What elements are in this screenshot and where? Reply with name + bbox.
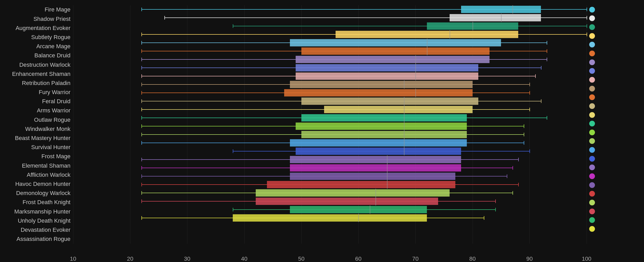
spec-dot <box>589 200 595 205</box>
dot-row <box>587 190 639 198</box>
iqr-box <box>290 164 461 172</box>
median-line <box>358 214 359 222</box>
spec-dot <box>589 164 595 170</box>
spec-dot <box>589 7 595 13</box>
whisker-cap-right <box>518 158 519 161</box>
median-line <box>512 5 513 14</box>
spec-dot <box>589 182 595 188</box>
median-line <box>415 72 416 80</box>
x-tick: 100 <box>582 255 592 262</box>
dot-row <box>587 40 639 49</box>
whisker-cap-left <box>141 91 142 95</box>
median-line <box>450 30 450 39</box>
whisker-cap-right <box>529 108 530 111</box>
iqr-box <box>296 148 461 155</box>
bar-row <box>73 147 587 155</box>
median-line <box>404 97 404 105</box>
whisker-cap-right <box>495 208 496 211</box>
iqr-box <box>301 47 490 55</box>
y-label: Assassination Rogue <box>5 236 70 242</box>
spec-dot <box>589 191 595 197</box>
y-label: Beast Mastery Hunter <box>5 135 70 142</box>
iqr-box <box>290 139 467 147</box>
dot-row <box>587 225 639 233</box>
x-tick: 90 <box>526 255 533 262</box>
y-label: Unholy Death Knight <box>5 217 70 224</box>
whisker-cap-right <box>547 116 547 120</box>
iqr-box <box>267 181 455 188</box>
iqr-box <box>301 114 467 121</box>
whisker-cap-right <box>484 216 484 220</box>
spec-dot <box>589 156 595 162</box>
dot-area <box>587 5 639 244</box>
y-label: Elemental Shaman <box>5 162 70 169</box>
whisker-cap-left <box>141 41 142 45</box>
whisker-cap-right <box>547 49 547 53</box>
whisker-cap-left <box>141 74 142 78</box>
iqr-box <box>290 156 461 163</box>
bar-row <box>73 214 587 222</box>
y-labels: Fire MageShadow PriestAugmentation Evoke… <box>5 5 73 244</box>
whisker-cap-right <box>495 199 496 203</box>
dot-row <box>587 58 639 66</box>
spec-dot <box>589 33 595 39</box>
y-label: Windwalker Monk <box>5 126 70 132</box>
dot-row <box>587 181 639 189</box>
iqr-box <box>296 72 478 80</box>
dot-row <box>587 146 639 154</box>
iqr-box <box>324 106 473 113</box>
dot-row <box>587 128 639 137</box>
y-label: Destruction Warlock <box>5 62 70 68</box>
bar-row <box>73 14 587 22</box>
spec-dot <box>589 147 595 153</box>
median-line <box>404 147 404 155</box>
whisker-cap-left <box>141 216 142 220</box>
whisker-cap-left <box>141 158 142 161</box>
bar-row <box>73 114 587 122</box>
median-line <box>404 114 404 122</box>
median-line <box>387 180 387 189</box>
dot-row <box>587 207 639 216</box>
spec-dot <box>589 103 595 109</box>
median-line <box>387 172 387 180</box>
median-line <box>427 39 427 47</box>
whisker-cap-right <box>524 133 524 136</box>
dot-row <box>587 119 639 128</box>
iqr-box <box>290 173 455 180</box>
dot-row <box>587 216 639 224</box>
whisker-cap-left <box>141 66 142 70</box>
whisker-cap-left <box>141 116 142 120</box>
spec-dot <box>589 77 595 83</box>
y-label: Subtlety Rogue <box>5 34 70 41</box>
whisker-cap-right <box>529 83 530 86</box>
whisker-cap-left <box>141 174 142 178</box>
whisker-cap-left <box>141 191 142 195</box>
median-line <box>404 139 404 147</box>
dot-row <box>587 76 639 84</box>
x-tick: 50 <box>298 255 304 262</box>
bar-row <box>73 180 587 189</box>
median-line <box>415 89 416 97</box>
iqr-box <box>256 189 450 197</box>
median-line <box>404 80 404 89</box>
bar-row <box>73 30 587 39</box>
x-tick: 70 <box>412 255 419 262</box>
bar-row <box>73 172 587 180</box>
whisker-cap-left <box>141 108 142 111</box>
whisker-cap-left <box>141 183 142 186</box>
y-label: Outlaw Rogue <box>5 117 70 123</box>
spec-dot <box>589 112 595 118</box>
whisker-cap-right <box>512 191 513 195</box>
y-label: Arcane Mage <box>5 43 70 50</box>
y-label: Affliction Warlock <box>5 172 70 178</box>
whisker-line <box>233 26 587 26</box>
median-line <box>501 14 502 22</box>
iqr-box <box>301 98 478 105</box>
whisker-cap-right <box>547 41 547 45</box>
median-line <box>404 122 404 130</box>
whisker-cap-right <box>507 174 507 178</box>
bar-row <box>73 155 587 164</box>
median-line <box>387 155 387 164</box>
dot-row <box>587 137 639 145</box>
y-label: Shadow Priest <box>5 16 70 22</box>
